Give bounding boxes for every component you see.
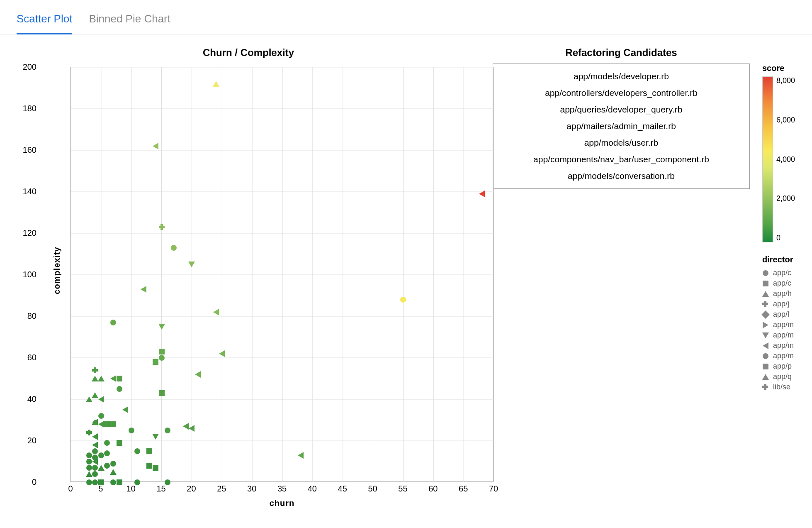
legend-label: app/p [773, 362, 792, 371]
data-point [86, 452, 92, 458]
colorbar-title: score [762, 64, 804, 73]
data-point [92, 471, 98, 477]
data-point [104, 463, 110, 469]
legend-item: app/c [762, 268, 804, 278]
candidates-title: Refactoring Candidates [493, 47, 750, 59]
y-tick: 160 [23, 145, 36, 155]
legend-item: app/h [762, 288, 804, 299]
x-tick: 25 [217, 484, 226, 494]
colorbar-tick: 0 [776, 234, 795, 242]
candidate-item: app/components/nav_bar/user_component.rb [506, 151, 737, 168]
data-point [117, 376, 122, 381]
data-point [134, 448, 140, 454]
data-point [92, 376, 98, 381]
legend-label: lib/se [773, 383, 790, 391]
x-tick: 10 [126, 484, 136, 494]
cross-icon [762, 301, 769, 308]
data-point [117, 479, 122, 485]
tab-binned[interactable]: Binned Pie Chart [89, 12, 170, 34]
square-icon [762, 280, 769, 287]
data-point [98, 452, 104, 458]
data-point [146, 463, 152, 469]
candidate-item: app/mailers/admin_mailer.rb [506, 118, 737, 134]
data-point [159, 224, 165, 230]
data-point [92, 458, 98, 465]
data-point [92, 479, 98, 485]
data-point [195, 371, 201, 378]
data-point [153, 465, 158, 471]
candidate-item: app/queries/developer_query.rb [506, 101, 737, 118]
x-tick: 70 [489, 484, 498, 494]
y-tick: 100 [23, 270, 36, 279]
data-point [110, 421, 116, 427]
scatter-chart: Churn / Complexity complexity 0204060801… [17, 47, 480, 499]
candidate-item: app/models/user.rb [506, 134, 737, 151]
x-tick: 40 [308, 484, 317, 494]
data-point [98, 421, 104, 428]
legend-item: app/m [762, 351, 804, 361]
chart-title: Churn / Complexity [17, 47, 480, 59]
data-point [104, 421, 110, 427]
data-point [86, 471, 92, 477]
x-tick: 35 [277, 484, 287, 494]
data-point [92, 419, 98, 425]
data-point [98, 396, 104, 403]
data-point [141, 286, 146, 293]
data-point [104, 440, 110, 446]
data-point [104, 450, 110, 456]
data-point [298, 452, 304, 459]
legend-label: app/m [773, 341, 794, 350]
x-tick: 5 [98, 484, 103, 494]
data-point [110, 320, 116, 325]
data-point [110, 375, 116, 382]
legend-item: app/m [762, 330, 804, 340]
data-point [479, 191, 485, 197]
legend-label: app/m [773, 331, 794, 340]
data-point [92, 465, 98, 471]
refactoring-candidates: Refactoring Candidates app/models/develo… [493, 47, 750, 499]
data-point [159, 355, 165, 361]
legend-item: app/m [762, 340, 804, 351]
legend-label: app/h [773, 289, 792, 298]
data-point [213, 309, 219, 315]
x-tick: 60 [428, 484, 438, 494]
x-tick: 45 [338, 484, 347, 494]
x-tick: 15 [156, 484, 165, 494]
legend-label: app/c [773, 279, 791, 288]
shape-legend: app/capp/capp/happ/japp/lapp/mapp/mapp/m… [762, 268, 804, 392]
colorbar-tick: 2,000 [776, 194, 795, 203]
legend-item: app/q [762, 372, 804, 382]
y-tick: 120 [23, 228, 36, 238]
data-point [153, 359, 158, 365]
circle-icon [762, 353, 769, 359]
tab-scatter[interactable]: Scatter Plot [17, 12, 72, 34]
data-point [92, 433, 98, 440]
candidate-item: app/models/developer.rb [506, 68, 737, 85]
data-point [189, 425, 194, 432]
candidates-list: app/models/developer.rbapp/controllers/d… [493, 64, 750, 189]
legend-item: lib/se [762, 382, 804, 392]
data-point [110, 461, 116, 467]
y-tick: 0 [32, 477, 36, 487]
data-point [129, 428, 134, 433]
data-point [122, 406, 128, 413]
data-point [110, 469, 117, 475]
data-point [188, 262, 195, 267]
legend-item: app/c [762, 278, 804, 288]
legend-label: app/c [773, 269, 791, 277]
data-point [92, 367, 98, 373]
data-point [117, 440, 122, 446]
data-point [98, 413, 104, 419]
tri-up-icon [762, 374, 769, 380]
data-point [117, 386, 122, 392]
x-tick: 0 [68, 484, 73, 494]
tri-down-icon [762, 332, 769, 339]
y-tick: 200 [23, 62, 36, 72]
candidate-item: app/models/conversation.rb [506, 168, 737, 184]
y-tick: 140 [23, 187, 36, 196]
tri-right-icon [762, 322, 769, 328]
x-tick: 55 [398, 484, 407, 494]
legend-label: app/j [773, 300, 789, 308]
diamond-icon [762, 311, 769, 318]
data-point [110, 479, 116, 485]
